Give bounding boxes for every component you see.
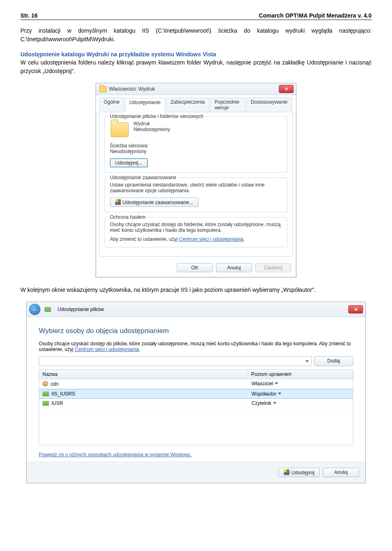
row-name: IUSR: [51, 400, 63, 406]
section-body: W celu udostępnienia folderu należy klik…: [20, 58, 372, 76]
doc-title: Comarch OPT!MA Pulpit Menadżera v. 4.0: [259, 12, 372, 19]
share-app-icon: [45, 307, 51, 312]
password-text-2: Aby zmienić to ustawienie, użyj Centrum …: [110, 236, 282, 242]
help-link[interactable]: Powiedz mi o różnych sposobach udostępni…: [39, 452, 192, 458]
tab-strip: Ogólne Udostępnianie Zabezpieczenia Popr…: [96, 95, 296, 112]
row-perm: Czytelnik: [252, 400, 272, 406]
folder-icon: [99, 86, 107, 92]
advanced-share-button[interactable]: Udostępnianie zaawansowane...: [110, 198, 198, 207]
close-icon-2: ✕: [354, 307, 358, 312]
dialog2-title: Udostępnianie plików: [58, 307, 104, 312]
tab-sharing[interactable]: Udostępnianie: [125, 98, 165, 112]
group-advanced-sharing: Udostępnianie zaawansowane Ustaw uprawni…: [105, 178, 287, 212]
network-center-link-2[interactable]: Centrum sieci i udostępniania: [75, 347, 139, 352]
cancel-button[interactable]: Anuluj: [216, 263, 252, 272]
tab-security[interactable]: Zabezpieczenia: [166, 98, 209, 112]
chevron-down-icon[interactable]: [278, 393, 281, 395]
tab-general[interactable]: Ogólne: [99, 98, 124, 112]
row-perm: Współautor: [252, 391, 276, 397]
dialog2-footer: Udostępnij Anuluj: [27, 462, 365, 483]
grid-header: Nazwa Poziom uprawnień: [39, 370, 353, 379]
network-center-link[interactable]: Centrum sieci i udostępniania: [179, 236, 243, 242]
pw-text-b: .: [243, 236, 245, 242]
cancel-button-2[interactable]: Anuluj: [323, 468, 359, 477]
dialog2-titlebar: ← Udostępnianie plików ✕: [27, 302, 365, 317]
user-icon: [42, 381, 48, 387]
close-button-2[interactable]: ✕: [348, 305, 363, 313]
add-button[interactable]: Dodaj: [314, 356, 353, 366]
row-name: IIS_IUSRS: [51, 391, 75, 397]
mid-paragraph: W kolejnym oknie wskazujemy użytkownika,…: [20, 286, 372, 294]
share-status: Nieudostępniony: [134, 127, 170, 132]
chevron-down-icon: [305, 360, 309, 362]
page-header: Str. 16 Comarch OPT!MA Pulpit Menadżera …: [20, 12, 372, 19]
grid-row[interactable]: IUSR Czytelnik: [39, 399, 353, 408]
chevron-down-icon[interactable]: [273, 402, 276, 404]
network-path-label: Ścieżka sieciowa:: [110, 143, 282, 149]
grid-row[interactable]: cdn Właściciel: [39, 379, 353, 389]
row-perm: Właściciel: [252, 381, 273, 387]
permissions-grid: Nazwa Poziom uprawnień cdn Właściciel II…: [39, 369, 353, 445]
dialog2-desc: Osoby chcące uzyskać dostęp do plików, k…: [39, 341, 353, 352]
user-combo-row: Dodaj: [39, 356, 353, 366]
col-perm[interactable]: Poziom uprawnień: [248, 370, 353, 379]
group-network-sharing: Udostępnianie plików i folderów sieciowy…: [105, 116, 287, 173]
d2-desc-b: .: [139, 347, 140, 352]
properties-dialog: Właściwości: Wydruk ✕ Ogólne Udostępnian…: [96, 83, 296, 278]
arrow-left-icon: ←: [32, 306, 38, 313]
network-path-value: Nieudostępniony: [110, 149, 282, 154]
back-button[interactable]: ←: [29, 304, 40, 315]
dialog-button-row: OK Anuluj Zastosuj: [96, 260, 296, 277]
share-name: Wydruk: [134, 121, 170, 127]
grid-row[interactable]: IIS_IUSRS Współautor: [39, 389, 353, 399]
apply-button[interactable]: Zastosuj: [255, 263, 291, 272]
password-text-1: Osoby chcące uzyskać dostęp do folderów,…: [110, 222, 282, 233]
group-legend-2: Udostępnianie zaawansowane: [108, 175, 178, 180]
dialog-title: Właściwości: Wydruk: [109, 86, 155, 92]
col-name[interactable]: Nazwa: [39, 370, 248, 379]
shield-icon: [284, 469, 290, 475]
dialog-titlebar: Właściwości: Wydruk ✕: [96, 83, 296, 95]
share-confirm-label: Udostępnij: [291, 470, 314, 475]
share-button[interactable]: Udostępnij...: [110, 158, 148, 167]
group-icon: [42, 401, 49, 406]
file-sharing-dialog: ← Udostępnianie plików ✕ Wybierz osoby d…: [26, 302, 366, 483]
row-name: cdn: [51, 381, 58, 387]
advanced-text: Ustaw uprawnienia niestandardowe, utwórz…: [110, 182, 282, 193]
section-heading: Udostępnienie katalogu Wydruki na przykł…: [20, 51, 372, 58]
group-password: Ochrona hasłem Osoby chcące uzyskać dost…: [105, 217, 287, 247]
pw-text-a: Aby zmienić to ustawienie, użyj: [110, 236, 179, 242]
ok-button[interactable]: OK: [177, 263, 213, 272]
folder-large-icon: [111, 122, 129, 137]
page-number: Str. 16: [20, 12, 38, 19]
shield-icon: [115, 199, 121, 205]
dialog2-body: Wybierz osoby do objęcia udostępnianiem …: [27, 317, 365, 462]
tab-previous[interactable]: Poprzednie wersje: [210, 98, 245, 112]
intro-text: Przy instalacji w domyślnym katalogu IIS…: [20, 27, 372, 44]
group-icon: [42, 391, 49, 396]
tab-customize[interactable]: Dostosowywanie: [246, 98, 292, 112]
advanced-share-label: Udostępnianie zaawansowane...: [122, 200, 193, 205]
group-legend-3: Ochrona hasłem: [108, 214, 147, 220]
tab-panel: Udostępnianie plików i folderów sieciowy…: [99, 112, 293, 257]
user-combo[interactable]: [39, 356, 312, 366]
close-button[interactable]: ✕: [279, 85, 294, 93]
close-icon: ✕: [285, 87, 288, 92]
header-rule: [20, 20, 372, 20]
group-legend: Udostępnianie plików i folderów sieciowy…: [108, 113, 205, 119]
chevron-down-icon[interactable]: [275, 382, 278, 384]
grid-empty-space: [39, 408, 353, 445]
dialog2-heading: Wybierz osoby do objęcia udostępnianiem: [39, 327, 353, 335]
share-confirm-button[interactable]: Udostępnij: [278, 468, 320, 477]
